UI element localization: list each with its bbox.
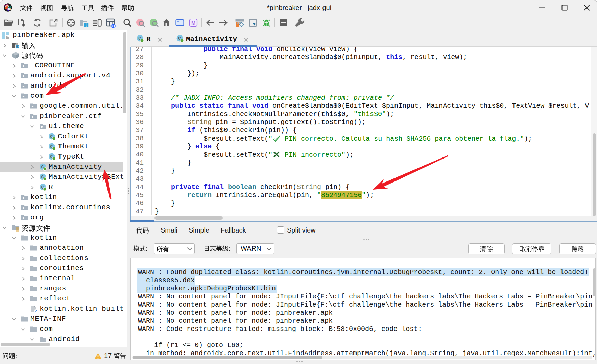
svg-text:DX: DX — [7, 7, 11, 11]
svg-text:M: M — [191, 20, 196, 26]
svg-text:?: ? — [34, 309, 37, 313]
